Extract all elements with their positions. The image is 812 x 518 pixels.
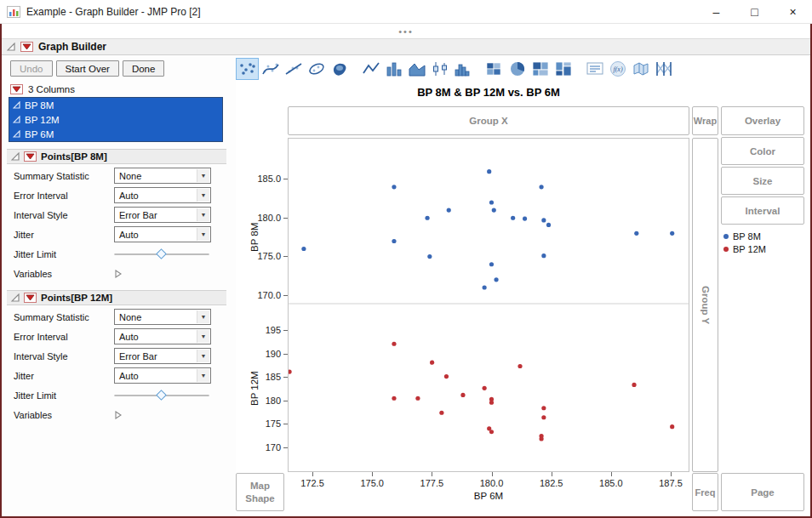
disclosure-open-icon[interactable] [7,43,15,51]
drop-zone-interval[interactable]: Interval [721,196,804,225]
graph-area: f(x) BP 8M & BP 12M vs. BP 6M Group X Wr… [236,55,810,516]
chevron-down-icon: ▼ [197,350,209,362]
drop-zone-size[interactable]: Size [721,167,804,195]
drop-zone-map-shape[interactable]: Map Shape [236,473,284,511]
drop-zone-overlay[interactable]: Overlay [721,106,804,135]
drop-zone-color[interactable]: Color [721,137,804,165]
x-tick-mark [372,472,373,476]
window-controls: – □ × [697,0,812,23]
control-row: JitterAuto▼ [2,366,236,385]
slider-thumb[interactable] [156,248,167,259]
chevron-down-icon: ▼ [197,208,209,221]
column-item[interactable]: BP 8M [9,98,222,112]
drop-zone-group-x[interactable]: Group X [288,106,689,135]
jitter-limit-slider[interactable] [114,247,209,262]
slider-thumb[interactable] [156,390,167,401]
y-tick-label: 170.0 [250,290,281,300]
select-value: Auto [119,371,139,381]
close-button[interactable]: × [774,0,812,23]
parallel-plot-icon[interactable] [652,58,675,80]
control-label: Jitter [14,371,114,381]
control-row: Error IntervalAuto▼ [2,327,236,346]
map-shapes-icon[interactable] [629,58,652,80]
mosaic-icon[interactable] [552,58,575,80]
formula-icon[interactable]: f(x) [606,58,629,80]
control-row: Summary StatisticNone▼ [2,307,236,327]
contour-icon[interactable] [328,58,351,80]
points-icon[interactable] [236,58,259,80]
drop-zone-page[interactable]: Page [721,473,804,511]
box-plot-icon[interactable] [428,58,451,80]
continuous-column-icon [13,116,20,123]
control-row: Error IntervalAuto▼ [2,185,236,205]
minimize-button[interactable]: – [697,0,735,23]
column-item[interactable]: BP 6M [9,127,222,141]
section-title: Points[BP 8M] [41,151,107,162]
section-header: Points[BP 12M] [7,290,226,305]
error-interval-select[interactable]: Auto▼ [114,187,211,203]
summary-statistic-select[interactable]: None▼ [114,309,211,325]
control-label: Jitter Limit [14,390,114,401]
x-tick-mark [671,472,672,476]
red-triangle-menu-icon[interactable] [20,42,33,52]
disclosure-closed-icon[interactable] [114,411,122,419]
undo-button[interactable]: Undo [10,60,53,77]
red-triangle-menu-icon[interactable] [24,151,37,162]
legend-label: BP 8M [733,231,761,242]
x-tick-label: 175.0 [357,478,387,488]
interval-style-select[interactable]: Error Bar▼ [114,348,211,364]
drop-zone-wrap[interactable]: Wrap [692,106,718,135]
drop-zone-group-y[interactable]: Group Y [692,138,718,472]
chevron-down-icon: ▼ [197,228,209,241]
red-triangle-menu-icon[interactable] [10,84,23,94]
x-tick-label: 182.5 [536,478,567,488]
main-content: Undo Start Over Done 3 Columns BP 8MBP 1… [2,55,810,516]
summary-statistic-select[interactable]: None▼ [114,168,211,184]
chevron-down-icon: ▼ [197,369,209,382]
jitter-limit-slider[interactable] [114,388,209,403]
control-row: Variables [2,405,236,424]
select-value: None [119,171,141,181]
element-property-sections: Points[BP 8M]Summary StatisticNone▼Error… [2,149,236,424]
ellipse-icon[interactable] [305,58,328,80]
column-item[interactable]: BP 12M [9,112,222,127]
drop-zone-freq[interactable]: Freq [692,473,718,511]
y-tick-label: 185.0 [250,174,281,184]
interval-style-select[interactable]: Error Bar▼ [114,207,211,223]
jitter-select[interactable]: Auto▼ [114,367,211,384]
smoother-icon[interactable] [259,58,282,80]
heatmap-icon[interactable] [483,58,506,80]
disclosure-open-icon[interactable] [11,293,20,302]
y-tick-label: 175 [250,418,281,429]
done-button[interactable]: Done [123,60,165,77]
start-over-button[interactable]: Start Over [56,60,119,77]
histogram-icon[interactable] [451,58,474,80]
area-icon[interactable] [405,58,428,80]
chevron-down-icon: ▼ [197,169,209,182]
line-of-fit-icon[interactable] [282,58,305,80]
line-icon[interactable] [359,58,382,80]
disclosure-open-icon[interactable] [11,152,20,161]
treemap-icon[interactable] [529,58,552,80]
jitter-select[interactable]: Auto▼ [114,226,211,242]
chevron-down-icon: ▼ [197,189,209,202]
control-label: Summary Statistic [14,312,114,322]
y-tick-mark [283,447,288,448]
red-triangle-menu-icon[interactable] [24,293,37,303]
disclosure-closed-icon[interactable] [114,270,122,278]
error-interval-select[interactable]: Auto▼ [114,328,211,344]
control-row: Summary StatisticNone▼ [2,166,236,185]
control-label: Jitter [14,230,114,240]
select-value: Error Bar [119,210,157,220]
select-value: Auto [119,230,139,240]
select-value: None [119,312,141,322]
plot-canvas[interactable] [288,138,689,472]
caption-box-icon[interactable] [583,58,606,80]
dock-handle[interactable]: ••• [2,24,810,38]
maximize-button[interactable]: □ [735,0,774,23]
control-label: Error Interval [14,191,114,201]
y-tick-mark [283,401,288,401]
columns-count-label: 3 Columns [28,84,75,94]
bar-icon[interactable] [382,58,405,80]
pie-icon[interactable] [506,58,529,80]
